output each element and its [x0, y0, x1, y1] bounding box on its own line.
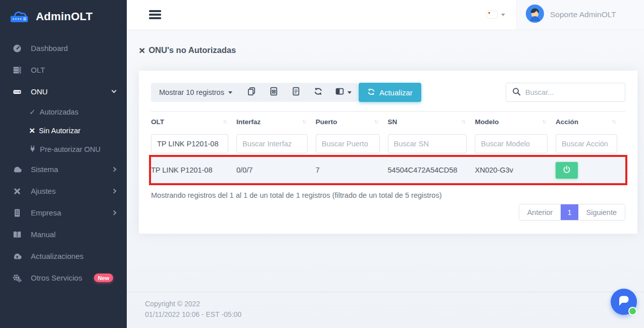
user-avatar: [526, 5, 544, 25]
caret-down-icon: [348, 91, 352, 94]
x-icon: ×: [139, 46, 145, 54]
sidebar-item-label: ONU: [31, 87, 47, 96]
sidebar-item-label: Otros Servicios: [31, 274, 82, 282]
authorize-power-button[interactable]: [556, 162, 578, 179]
show-entries-dropdown[interactable]: Mostrar 10 registros: [151, 88, 240, 96]
pagination-prev-button[interactable]: Anterior: [519, 204, 561, 220]
new-badge: New: [94, 274, 114, 282]
toolbar-button-group: Mostrar 10 registros: [151, 83, 358, 102]
app-name: AdminOLT: [36, 10, 92, 23]
cell-interfaz: 0/0/7: [236, 157, 316, 183]
sidebar-item-manual[interactable]: Manual: [0, 224, 127, 245]
sort-arrows-icon[interactable]: ↑↓: [612, 118, 615, 124]
hamburger-menu-button[interactable]: [149, 8, 161, 21]
column-header-accion[interactable]: Acción↑↓: [556, 112, 625, 131]
column-header-olt[interactable]: OLT↑↓: [151, 112, 236, 131]
actualizar-button[interactable]: Actualizar: [359, 83, 421, 102]
sidebar-nav: Dashboard OLT ONU ✓ Autorizadas × Sin Au…: [0, 33, 127, 289]
cell-puerto: 7: [316, 157, 388, 183]
chat-bubble-icon: [617, 294, 631, 310]
datetime-text: 01/11/2022 10:06 - EST -05:00: [145, 309, 644, 320]
caret-down-icon: [228, 91, 232, 94]
building-icon: [12, 208, 22, 217]
chevron-right-icon: [111, 167, 116, 172]
sort-arrows-icon[interactable]: ↑↓: [223, 118, 226, 124]
table-search: [506, 83, 625, 102]
sort-arrows-icon[interactable]: ↑↓: [461, 118, 465, 124]
sidebar-item-label: Dashboard: [31, 44, 68, 52]
topbar-right: Soporte AdminOLT: [476, 0, 644, 29]
sidebar-item-label: Autorizadas: [40, 108, 79, 116]
column-header-sn[interactable]: SN↑↓: [388, 112, 475, 131]
sidebar-item-label: Empresa: [31, 208, 61, 217]
power-icon: [563, 166, 571, 175]
sort-arrows-icon[interactable]: ↑↓: [542, 118, 546, 124]
check-icon: ✓: [29, 107, 36, 117]
excel-export-button[interactable]: [263, 83, 285, 102]
filter-interfaz-input[interactable]: [236, 134, 308, 153]
datatable-card: Mostrar 10 registros: [139, 71, 637, 234]
column-header-interfaz[interactable]: Interfaz↑↓: [236, 112, 316, 131]
sidebar-item-sistema[interactable]: Sistema: [0, 158, 127, 180]
sidebar-item-ajustes[interactable]: Ajustes: [0, 180, 127, 202]
sidebar-item-label: OLT: [31, 66, 45, 74]
online-status-dot: [628, 307, 637, 315]
cell-sn: 54504C472A54CD58: [388, 157, 475, 183]
pagination-row: Anterior 1 Siguiente: [151, 204, 625, 221]
onu-table: OLT↑↓ Interfaz↑↓ Puerto↑↓ SN↑↓ Modelo↑↓ …: [151, 111, 625, 183]
filter-olt-input[interactable]: [151, 134, 228, 153]
dashboard-icon: [12, 44, 22, 53]
app-logo[interactable]: AdminOLT: [0, 0, 127, 33]
sidebar-item-label: Actualizaciones: [31, 252, 83, 260]
chevron-down-icon: [111, 88, 116, 93]
column-header-modelo[interactable]: Modelo↑↓: [475, 112, 556, 131]
sort-arrows-icon[interactable]: ↑↓: [374, 118, 378, 124]
user-menu[interactable]: Soporte AdminOLT: [516, 0, 644, 29]
reload-button[interactable]: [307, 83, 329, 102]
sidebar-item-autorizadas[interactable]: ✓ Autorizadas: [0, 102, 127, 121]
copy-button[interactable]: [240, 83, 263, 102]
filter-puerto-input[interactable]: [316, 134, 380, 153]
sidebar-item-label: Sistema: [31, 165, 58, 174]
sort-arrows-icon[interactable]: ↑↓: [302, 118, 306, 124]
sidebar-item-label: Sin Autorizar: [39, 127, 80, 135]
filter-accion-input[interactable]: [556, 134, 617, 153]
cell-modelo: XN020-G3v: [475, 157, 556, 183]
sidebar-item-otros-servicios[interactable]: Otros Servicios New: [0, 267, 127, 289]
cell-olt: TP LINK P1201-08: [151, 157, 236, 183]
copy-icon: [247, 87, 256, 98]
table-header-row: OLT↑↓ Interfaz↑↓ Puerto↑↓ SN↑↓ Modelo↑↓ …: [151, 112, 625, 131]
sidebar: AdminOLT Dashboard OLT ONU ✓ Autorizadas: [0, 0, 127, 328]
pagination-next-button[interactable]: Siguiente: [578, 204, 625, 220]
gears-icon: [12, 274, 22, 283]
sidebar-item-empresa[interactable]: Empresa: [0, 202, 127, 224]
column-header-puerto[interactable]: Puerto↑↓: [316, 112, 388, 131]
sidebar-item-pre-autorizar[interactable]: Pre-autorizar ONU: [0, 140, 127, 158]
table-row-highlighted[interactable]: TP LINK P1201-08 0/0/7 7 54504C472A54CD5…: [151, 157, 625, 183]
refresh-icon: [314, 87, 323, 98]
filter-sn-input[interactable]: [388, 134, 467, 153]
sidebar-item-label: Pre-autorizar ONU: [40, 145, 101, 153]
sidebar-item-dashboard[interactable]: Dashboard: [0, 37, 127, 59]
file-export-button[interactable]: [285, 83, 307, 102]
sidebar-item-onu[interactable]: ONU: [0, 81, 127, 102]
user-name: Soporte AdminOLT: [550, 10, 616, 19]
server-icon: [12, 66, 22, 75]
search-input[interactable]: [525, 88, 619, 96]
language-selector[interactable]: [476, 11, 516, 18]
sidebar-item-actualizaciones[interactable]: Actualizaciones: [0, 245, 127, 267]
file-icon: [291, 87, 301, 98]
sidebar-item-label: Manual: [31, 230, 56, 239]
refresh-icon: [367, 88, 375, 97]
main-content: × ONU's no Autorizadas Mostrar 10 regist…: [127, 29, 644, 328]
x-icon: ×: [29, 127, 35, 134]
tools-icon: [12, 187, 22, 196]
sidebar-item-olt[interactable]: OLT: [0, 59, 127, 81]
column-visibility-button[interactable]: [329, 83, 358, 102]
copyright-text: Copyright © 2022: [145, 299, 644, 309]
cloud-icon: [12, 165, 22, 174]
pagination: Anterior 1 Siguiente: [519, 204, 625, 221]
filter-modelo-input[interactable]: [475, 134, 548, 153]
pagination-page-1[interactable]: 1: [561, 204, 578, 220]
sidebar-item-sin-autorizar[interactable]: × Sin Autorizar: [0, 121, 127, 140]
